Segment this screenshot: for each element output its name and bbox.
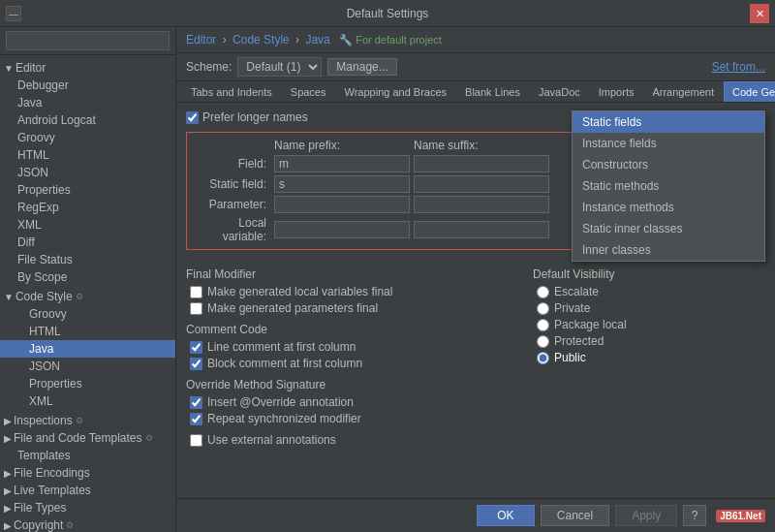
window-title: Default Settings xyxy=(347,7,429,20)
public-label: Public xyxy=(554,351,586,364)
static-field-suffix-input[interactable] xyxy=(414,175,549,193)
order-dropdown: Static fields Instance fields Constructo… xyxy=(572,110,765,262)
repeat-synchronized-row: Repeat synchronized modifier xyxy=(186,412,513,425)
local-final-checkbox[interactable] xyxy=(190,286,202,298)
minimize-icon[interactable]: — xyxy=(6,6,21,21)
sidebar-item-cs-groovy[interactable]: Groovy xyxy=(0,305,175,323)
sidebar-item-inspections[interactable]: ▶ Inspections ⚙ xyxy=(0,412,175,429)
sidebar-item-label: File Encodings xyxy=(14,466,90,480)
comment-code-title: Comment Code xyxy=(186,323,513,336)
escalate-label: Escalate xyxy=(554,285,599,298)
sidebar-item-diff[interactable]: Diff xyxy=(0,234,175,251)
apply-button[interactable]: Apply xyxy=(615,505,677,526)
sidebar-item-groovy[interactable]: Groovy xyxy=(0,129,175,146)
sidebar-item-debugger[interactable]: Debugger xyxy=(0,77,175,94)
protected-radio[interactable] xyxy=(537,335,549,348)
params-final-label: Make generated parameters final xyxy=(207,301,378,315)
static-field-prefix-input[interactable] xyxy=(274,175,410,193)
dropdown-item-inner-classes[interactable]: Inner classes xyxy=(573,239,764,261)
tab-tabs-indents[interactable]: Tabs and Indents xyxy=(182,81,281,102)
sidebar-item-code-style[interactable]: ▼ Code Style ⚙ xyxy=(0,288,175,305)
manage-button[interactable]: Manage... xyxy=(327,58,396,76)
external-annotations-checkbox[interactable] xyxy=(190,434,202,447)
repeat-synchronized-checkbox[interactable] xyxy=(190,413,202,425)
override-annotation-row: Insert @Override annotation xyxy=(186,395,513,409)
two-col-layout: Final Modifier Make generated local vari… xyxy=(186,260,765,450)
sidebar-item-properties[interactable]: Properties xyxy=(0,181,175,199)
sidebar-item-file-code-templates[interactable]: ▶ File and Code Templates ⚙ xyxy=(0,429,175,447)
breadcrumb-editor[interactable]: Editor xyxy=(186,33,216,47)
sidebar-item-cs-properties[interactable]: Properties xyxy=(0,375,175,392)
private-radio[interactable] xyxy=(537,302,549,315)
dropdown-item-constructors[interactable]: Constructors xyxy=(573,154,764,175)
tab-code-generation[interactable]: Code Generation xyxy=(724,81,775,102)
close-button[interactable]: ✕ xyxy=(750,4,769,23)
override-annotation-label: Insert @Override annotation xyxy=(207,395,354,409)
dropdown-item-static-fields[interactable]: Static fields xyxy=(573,111,764,133)
sidebar-item-android-logcat[interactable]: Android Logcat xyxy=(0,111,175,129)
tab-blank-lines[interactable]: Blank Lines xyxy=(456,81,529,102)
for-project-label: 🔧 For default project xyxy=(339,34,442,46)
cancel-button[interactable]: Cancel xyxy=(541,505,609,526)
ok-button[interactable]: OK xyxy=(477,505,535,526)
dropdown-item-static-inner-classes[interactable]: Static inner classes xyxy=(573,218,764,239)
package-local-row: Package local xyxy=(533,318,765,331)
sidebar-item-live-templates[interactable]: ▶ Live Templates xyxy=(0,482,175,499)
dropdown-item-instance-methods[interactable]: Instance methods xyxy=(573,197,764,218)
escalate-radio[interactable] xyxy=(537,286,549,298)
line-comment-label: Line comment at first column xyxy=(207,340,356,354)
dropdown-item-instance-fields[interactable]: Instance fields xyxy=(573,133,764,154)
scheme-select[interactable]: Default (1) xyxy=(237,57,322,77)
help-button[interactable]: ? xyxy=(683,505,706,526)
sidebar-item-cs-json[interactable]: JSON xyxy=(0,358,175,375)
breadcrumb-java[interactable]: Java xyxy=(305,33,329,47)
repeat-synchronized-label: Repeat synchronized modifier xyxy=(207,412,361,425)
sidebar-item-label: Live Templates xyxy=(14,484,91,497)
sidebar-item-json[interactable]: JSON xyxy=(0,164,175,181)
package-local-label: Package local xyxy=(554,318,627,331)
parameter-suffix-input[interactable] xyxy=(414,196,549,213)
sidebar-item-file-status[interactable]: File Status xyxy=(0,251,175,268)
dropdown-item-static-methods[interactable]: Static methods xyxy=(573,175,764,197)
set-from-link[interactable]: Set from... xyxy=(712,60,765,74)
sidebar-item-templates[interactable]: Templates xyxy=(0,447,175,464)
sidebar-item-copyright[interactable]: ▶ Copyright ⚙ xyxy=(0,516,175,532)
tab-javadoc[interactable]: JavaDoc xyxy=(530,81,589,102)
package-local-radio[interactable] xyxy=(537,319,549,331)
expand-arrow-fct: ▶ xyxy=(4,433,12,444)
local-variable-suffix-input[interactable] xyxy=(414,221,549,238)
parameter-prefix-input[interactable] xyxy=(274,196,410,213)
sidebar-item-html[interactable]: HTML xyxy=(0,146,175,164)
tab-spaces[interactable]: Spaces xyxy=(282,81,335,102)
sidebar-item-file-encodings[interactable]: ▶ File Encodings xyxy=(0,464,175,482)
sidebar-item-by-scope[interactable]: By Scope xyxy=(0,268,175,286)
search-input[interactable] xyxy=(6,31,170,50)
public-radio[interactable] xyxy=(537,352,549,364)
sidebar-item-xml[interactable]: XML xyxy=(0,216,175,234)
params-final-checkbox[interactable] xyxy=(190,302,202,315)
prefer-longer-checkbox[interactable] xyxy=(186,111,199,124)
sidebar-item-label: Copyright xyxy=(14,518,63,532)
breadcrumb-code-style[interactable]: Code Style xyxy=(232,33,290,47)
sidebar-item-cs-xml[interactable]: XML xyxy=(0,392,175,410)
tab-arrangement[interactable]: Arrangement xyxy=(643,81,723,102)
private-label: Private xyxy=(554,301,590,315)
sidebar-item-cs-html[interactable]: HTML xyxy=(0,323,175,340)
static-field-label: Static field: xyxy=(193,177,270,191)
field-suffix-input[interactable] xyxy=(414,155,549,172)
tab-imports[interactable]: Imports xyxy=(590,81,643,102)
sidebar-item-java[interactable]: Java xyxy=(0,94,175,111)
search-bar xyxy=(0,27,175,55)
tab-wrapping-braces[interactable]: Wrapping and Braces xyxy=(336,81,456,102)
left-column: Final Modifier Make generated local vari… xyxy=(186,260,513,450)
sidebar-item-cs-java[interactable]: Java xyxy=(0,340,175,358)
sidebar-item-editor[interactable]: ▼ Editor xyxy=(0,59,175,77)
block-comment-checkbox[interactable] xyxy=(190,358,202,370)
sidebar-item-label: Editor xyxy=(16,61,46,75)
override-annotation-checkbox[interactable] xyxy=(190,396,202,409)
line-comment-checkbox[interactable] xyxy=(190,341,202,354)
sidebar-item-file-types[interactable]: ▶ File Types xyxy=(0,499,175,516)
local-variable-prefix-input[interactable] xyxy=(274,221,410,238)
sidebar-item-regexp[interactable]: RegExp xyxy=(0,199,175,216)
field-prefix-input[interactable] xyxy=(274,155,410,172)
